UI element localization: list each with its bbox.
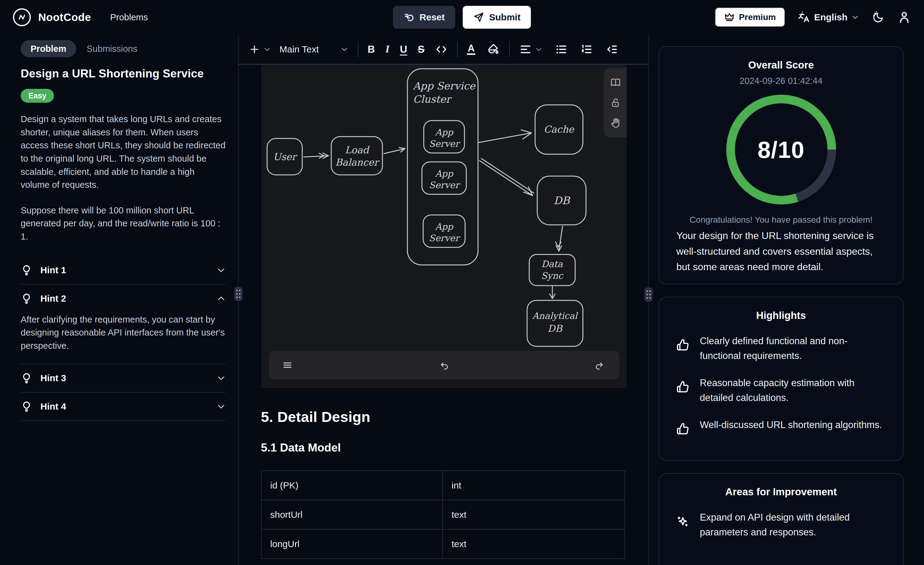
svg-text:Cluster: Cluster	[413, 93, 453, 105]
canvas-tool-panel	[604, 68, 627, 138]
doc-subheading: 5.1 Data Model	[261, 441, 626, 454]
system-design-diagram: User Load Balancer App Service Cluster A…	[261, 65, 627, 388]
toolbar-divider	[509, 41, 510, 57]
svg-text:Load: Load	[345, 144, 370, 156]
arrow-data-sync-to-analytical-db	[550, 286, 555, 298]
hint-item-1: Hint 1	[21, 256, 226, 285]
submit-button[interactable]: Submit	[463, 6, 531, 29]
toolbar-divider	[457, 41, 458, 57]
highlight-item: Clearly defined functional and non-funct…	[676, 334, 886, 363]
node-cache-label: Cache	[544, 124, 574, 135]
svg-text:App Service: App Service	[412, 80, 476, 92]
sparkles-icon	[676, 510, 690, 540]
editor-document[interactable]: 5. Detail Design 5.1 Data Model id (PK) …	[239, 408, 648, 559]
problem-description-2: Suppose there will be 100 million short …	[21, 204, 226, 243]
hints-list: Hint 1 Hint 2 After clarifying the requi…	[21, 256, 226, 421]
node-load-balancer-box	[331, 136, 382, 175]
unlock-icon[interactable]	[610, 97, 621, 108]
svg-text:App: App	[435, 168, 454, 179]
svg-text:App: App	[435, 127, 454, 138]
table-row: longUrl text	[261, 529, 625, 559]
overall-score-card: Overall Score 2024-09-26 01:42:44 8/10 C…	[658, 46, 904, 284]
hand-pan-icon[interactable]	[610, 117, 621, 129]
language-selector[interactable]: English	[798, 11, 859, 24]
chevron-down-icon	[216, 402, 226, 411]
svg-text:Server: Server	[429, 138, 460, 149]
translate-icon	[798, 11, 810, 24]
arrow-cluster-to-db	[480, 159, 534, 196]
thumb-up-icon	[676, 376, 690, 405]
problem-panel: Problem Submissions Design a URL Shorten…	[0, 34, 238, 565]
diagram-canvas[interactable]: User Load Balancer App Service Cluster A…	[261, 65, 627, 388]
user-account-icon[interactable]	[897, 10, 911, 24]
table-row: shortUrl text	[261, 500, 625, 529]
fill-color-icon[interactable]	[487, 43, 500, 56]
chevron-down-icon	[216, 265, 226, 275]
hint-1-toggle[interactable]: Hint 1	[21, 256, 226, 284]
chevron-down-icon	[216, 373, 226, 383]
chevron-down-icon	[535, 46, 543, 53]
chevron-down-icon	[851, 13, 859, 21]
highlight-item: Reasonable capacity estimation with deta…	[676, 376, 886, 405]
panel-tabs: Problem Submissions	[21, 40, 226, 57]
premium-button[interactable]: Premium	[715, 7, 785, 27]
hint-item-3: Hint 3	[21, 364, 226, 393]
svg-text:Balancer: Balancer	[335, 157, 380, 168]
score-ring: 8/10	[726, 95, 836, 204]
arrow-db-to-data-sync	[555, 226, 562, 251]
reset-button[interactable]: Reset	[393, 6, 455, 29]
insert-block-button[interactable]	[249, 43, 271, 55]
table-row: id (PK) int	[261, 471, 625, 500]
align-left-button[interactable]	[519, 43, 543, 56]
improvement-item: Expand on API design with detailed param…	[676, 510, 886, 540]
redo-icon[interactable]	[594, 360, 604, 370]
tab-problem[interactable]: Problem	[21, 40, 76, 57]
lightbulb-icon	[21, 372, 32, 384]
svg-text:Analytical: Analytical	[532, 310, 578, 321]
doc-heading: 5. Detail Design	[261, 408, 626, 425]
chevron-down-icon	[340, 45, 348, 53]
numbered-list-button[interactable]	[580, 43, 593, 56]
score-congrats-text: Congratulations! You have passed this pr…	[676, 215, 886, 225]
svg-text:Data: Data	[541, 259, 563, 269]
theme-moon-stars-icon[interactable]	[872, 10, 885, 24]
thumb-up-icon	[676, 334, 690, 363]
score-value: 8/10	[758, 136, 805, 163]
italic-button[interactable]: I	[386, 43, 390, 55]
undo-icon[interactable]	[439, 360, 450, 370]
lightbulb-icon	[21, 293, 32, 304]
brand-home-link[interactable]: NootCode	[13, 8, 91, 26]
underline-button[interactable]: U	[400, 43, 407, 55]
tab-submissions[interactable]: Submissions	[87, 44, 137, 54]
svg-text:Server: Server	[429, 233, 460, 243]
hint-item-2: Hint 2 After clarifying the requirements…	[21, 285, 226, 364]
toolbar-divider	[358, 41, 358, 57]
highlights-card: Highlights Clearly defined functional an…	[658, 297, 904, 461]
hint-2-toggle[interactable]: Hint 2	[21, 285, 226, 312]
reset-icon	[404, 12, 414, 23]
text-color-button[interactable]: A	[467, 43, 475, 55]
svg-text:App: App	[435, 222, 454, 232]
send-icon	[473, 12, 484, 23]
hint-item-4: Hint 4	[21, 393, 226, 421]
block-type-select[interactable]: Main Text	[279, 44, 348, 55]
score-summary-text: Your design for the URL shortening servi…	[676, 228, 886, 275]
highlight-item: Well-discussed URL shortening algorithms…	[676, 418, 886, 436]
strikethrough-button[interactable]: S	[418, 43, 424, 55]
arrow-cluster-to-cache	[478, 130, 531, 142]
highlights-title: Highlights	[676, 310, 886, 321]
hint-3-toggle[interactable]: Hint 3	[21, 364, 226, 392]
plus-icon	[249, 43, 260, 55]
crown-icon	[724, 12, 735, 22]
library-book-icon[interactable]	[610, 77, 621, 88]
code-button[interactable]	[435, 43, 448, 56]
bullet-list-button[interactable]	[555, 43, 568, 56]
outdent-button[interactable]	[605, 43, 618, 56]
nav-problems-link[interactable]: Problems	[110, 12, 148, 22]
canvas-menu-icon[interactable]	[282, 360, 292, 370]
hint-4-toggle[interactable]: Hint 4	[21, 393, 226, 420]
bold-button[interactable]: B	[368, 43, 375, 55]
score-panel: Overall Score 2024-09-26 01:42:44 8/10 C…	[649, 34, 924, 565]
overall-score-title: Overall Score	[676, 59, 886, 71]
language-label: English	[814, 12, 848, 22]
